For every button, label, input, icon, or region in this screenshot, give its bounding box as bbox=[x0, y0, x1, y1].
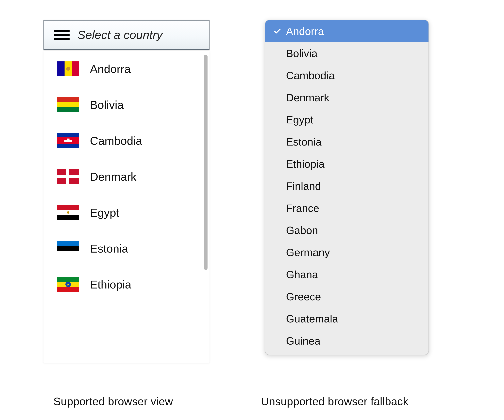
check-icon bbox=[273, 27, 282, 35]
cambodia-flag-icon bbox=[57, 133, 79, 148]
option-label: Denmark bbox=[286, 91, 329, 104]
estonia-flag-icon bbox=[57, 241, 79, 256]
svg-rect-18 bbox=[57, 215, 79, 220]
option-label: Bolivia bbox=[90, 98, 124, 111]
svg-rect-16 bbox=[57, 205, 79, 210]
svg-rect-4 bbox=[57, 97, 79, 102]
native-select-popup: AndorraBoliviaCambodiaDenmarkEgyptEstoni… bbox=[265, 20, 429, 355]
native-select-option[interactable]: Bolivia bbox=[265, 42, 428, 64]
denmark-flag-icon bbox=[57, 169, 79, 184]
svg-rect-20 bbox=[57, 241, 79, 246]
option-label: Cambodia bbox=[90, 134, 142, 147]
egypt-flag-icon bbox=[57, 205, 79, 220]
custom-select-option[interactable]: Estonia bbox=[43, 230, 203, 266]
option-label: Ethiopia bbox=[286, 158, 324, 170]
andorra-flag-icon bbox=[57, 61, 79, 76]
option-label: Guinea bbox=[286, 335, 320, 347]
svg-rect-23 bbox=[57, 277, 79, 282]
option-label: Egypt bbox=[286, 114, 313, 126]
native-select-option[interactable]: Guinea bbox=[265, 330, 428, 352]
option-label: Egypt bbox=[90, 206, 119, 219]
bolivia-flag-icon bbox=[57, 97, 79, 112]
option-label: Estonia bbox=[90, 242, 128, 255]
svg-rect-14 bbox=[57, 178, 66, 184]
scrollbar-thumb[interactable] bbox=[204, 55, 208, 270]
native-select-option[interactable]: Denmark bbox=[265, 87, 428, 109]
custom-select-option[interactable]: Bolivia bbox=[43, 87, 203, 123]
native-select-option[interactable]: Andorra bbox=[265, 20, 428, 42]
svg-point-3 bbox=[66, 67, 70, 71]
option-label: Estonia bbox=[286, 136, 322, 148]
option-label: Andorra bbox=[90, 62, 131, 76]
custom-select-listbox: Andorra Bolivia Cambodia Denmark Egypt E… bbox=[43, 51, 210, 363]
native-select-option[interactable]: Guatemala bbox=[265, 308, 428, 330]
custom-select: Select a country Andorra Bolivia Cambodi… bbox=[43, 20, 210, 363]
caption-supported: Supported browser view bbox=[53, 395, 173, 408]
native-select-option[interactable]: Estonia bbox=[265, 131, 428, 153]
custom-select-placeholder: Select a country bbox=[78, 28, 162, 42]
svg-rect-25 bbox=[57, 287, 79, 292]
native-select-option[interactable]: Ethiopia bbox=[265, 153, 428, 175]
hamburger-icon bbox=[54, 30, 70, 40]
option-label: Ethiopia bbox=[90, 278, 132, 291]
custom-select-option[interactable]: ★Ethiopia bbox=[43, 266, 203, 302]
custom-select-option[interactable]: Andorra bbox=[43, 51, 203, 87]
option-label: Denmark bbox=[90, 170, 136, 183]
custom-select-option[interactable]: Egypt bbox=[43, 194, 203, 230]
ethiopia-flag-icon: ★ bbox=[57, 277, 79, 292]
native-select-option[interactable]: Germany bbox=[265, 241, 428, 263]
option-label: Andorra bbox=[286, 25, 324, 37]
svg-rect-13 bbox=[69, 169, 79, 175]
native-select-option[interactable]: Finland bbox=[265, 175, 428, 197]
option-label: Greece bbox=[286, 291, 321, 303]
native-select-option[interactable]: France bbox=[265, 197, 428, 219]
svg-point-19 bbox=[67, 211, 69, 214]
svg-rect-6 bbox=[57, 107, 79, 112]
native-select-option[interactable]: Gabon bbox=[265, 219, 428, 241]
svg-rect-15 bbox=[69, 178, 79, 184]
option-label: Gabon bbox=[286, 224, 318, 236]
svg-text:★: ★ bbox=[67, 283, 70, 286]
native-select-option[interactable]: Ghana bbox=[265, 263, 428, 286]
scrollbar[interactable] bbox=[204, 55, 208, 359]
custom-select-option[interactable]: Cambodia bbox=[43, 123, 203, 158]
custom-select-trigger[interactable]: Select a country bbox=[43, 20, 210, 50]
native-select: AndorraBoliviaCambodiaDenmarkEgyptEstoni… bbox=[265, 20, 429, 355]
svg-rect-22 bbox=[57, 251, 79, 256]
custom-select-option[interactable]: Denmark bbox=[43, 158, 203, 194]
option-label: Bolivia bbox=[286, 47, 318, 59]
native-select-option[interactable]: Egypt bbox=[265, 109, 428, 131]
svg-rect-21 bbox=[57, 246, 79, 251]
svg-rect-5 bbox=[57, 102, 79, 107]
native-select-option[interactable]: Cambodia bbox=[265, 64, 428, 87]
option-label: Ghana bbox=[286, 268, 318, 280]
option-label: Finland bbox=[286, 180, 321, 192]
svg-rect-12 bbox=[57, 169, 66, 175]
svg-rect-9 bbox=[64, 140, 72, 142]
svg-rect-10 bbox=[67, 139, 69, 140]
option-label: Germany bbox=[286, 246, 330, 258]
option-label: Guatemala bbox=[286, 313, 338, 325]
option-label: Cambodia bbox=[286, 69, 335, 82]
native-select-option[interactable]: Greece bbox=[265, 286, 428, 308]
caption-unsupported: Unsupported browser fallback bbox=[261, 395, 408, 408]
option-label: France bbox=[286, 202, 319, 214]
svg-rect-2 bbox=[72, 61, 79, 76]
